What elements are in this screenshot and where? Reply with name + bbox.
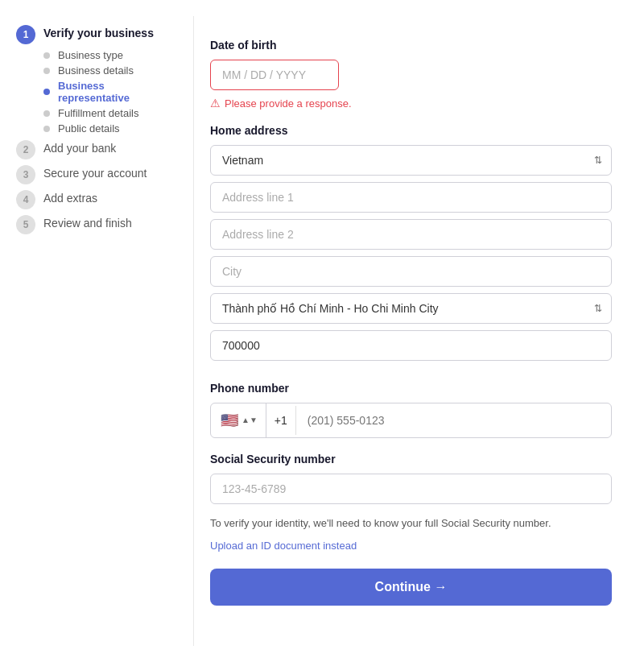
phone-flag-icon: 🇺🇸 (221, 412, 238, 429)
province-select[interactable]: Thành phố Hồ Chí Minh - Ho Chi Minh City (210, 293, 612, 324)
country-select-wrapper: Vietnam United States United Kingdom ⇅ (210, 145, 612, 176)
step-1-subitems: Business type Business details Business … (43, 49, 177, 134)
home-address-label: Home address (210, 124, 612, 137)
step-secure[interactable]: 3 Secure your account (16, 164, 177, 184)
ssn-input[interactable] (210, 474, 612, 504)
dot-business-representative (43, 89, 50, 95)
step-3-label: Secure your account (43, 164, 147, 180)
dot-business-details (43, 68, 50, 74)
continue-button[interactable]: Continue → (210, 569, 612, 606)
label-business-details: Business details (58, 64, 134, 77)
step-5-icon: 5 (16, 215, 35, 234)
error-icon: ⚠ (210, 97, 221, 110)
label-business-representative: Business representative (58, 80, 177, 104)
phone-number-input[interactable] (296, 406, 611, 435)
sidebar-item-fulfillment-details[interactable]: Fulfillment details (43, 107, 177, 119)
sidebar: 1 Verify your business Business type Bus… (0, 16, 193, 646)
step-5-label: Review and finish (43, 214, 132, 230)
phone-flag-section[interactable]: 🇺🇸 ▲▼ (211, 403, 266, 437)
dob-label: Date of birth (210, 39, 612, 52)
address-line-1-input[interactable] (210, 182, 612, 213)
sidebar-item-business-type[interactable]: Business type (43, 49, 177, 61)
step-extras[interactable]: 4 Add extras (16, 189, 177, 209)
dob-error-message: ⚠ Please provide a response. (210, 97, 612, 110)
label-fulfillment-details: Fulfillment details (58, 107, 138, 119)
step-2-icon: 2 (16, 140, 35, 159)
step-verify[interactable]: 1 Verify your business (16, 24, 177, 44)
main-content: Date of birth ⚠ Please provide a respons… (193, 16, 644, 646)
step-4-label: Add extras (43, 189, 97, 205)
phone-input-row: 🇺🇸 ▲▼ +1 (210, 403, 612, 438)
step-bank[interactable]: 2 Add your bank (16, 139, 177, 159)
phone-country-arrows: ▲▼ (242, 416, 258, 424)
country-select[interactable]: Vietnam United States United Kingdom (210, 145, 612, 176)
step-2-label: Add your bank (43, 139, 116, 155)
province-select-wrapper: Thành phố Hồ Chí Minh - Ho Chi Minh City… (210, 293, 612, 324)
error-text: Please provide a response. (225, 97, 352, 110)
step-1-icon: 1 (16, 25, 35, 44)
dot-fulfillment-details (43, 110, 50, 117)
dob-input[interactable] (210, 60, 339, 90)
step-review[interactable]: 5 Review and finish (16, 214, 177, 234)
sidebar-item-public-details[interactable]: Public details (43, 122, 177, 134)
label-public-details: Public details (58, 122, 120, 134)
dot-business-type (43, 52, 50, 59)
continue-label: Continue → (375, 580, 448, 594)
phone-label: Phone number (210, 382, 612, 395)
ssn-helper-text: To verify your identity, we'll need to k… (210, 515, 612, 532)
address-line-2-input[interactable] (210, 219, 612, 250)
step-4-icon: 4 (16, 190, 35, 209)
city-input[interactable] (210, 256, 612, 287)
zip-input[interactable] (210, 330, 612, 361)
sidebar-item-business-details[interactable]: Business details (43, 64, 177, 77)
ssn-label: Social Security number (210, 453, 612, 465)
dot-public-details (43, 126, 50, 132)
phone-code: +1 (266, 406, 296, 435)
step-3-icon: 3 (16, 165, 35, 184)
step-1-label: Verify your business (43, 24, 154, 39)
sidebar-item-business-representative[interactable]: Business representative (43, 80, 177, 104)
label-business-type: Business type (58, 49, 123, 61)
upload-id-link[interactable]: Upload an ID document instead (210, 540, 357, 552)
